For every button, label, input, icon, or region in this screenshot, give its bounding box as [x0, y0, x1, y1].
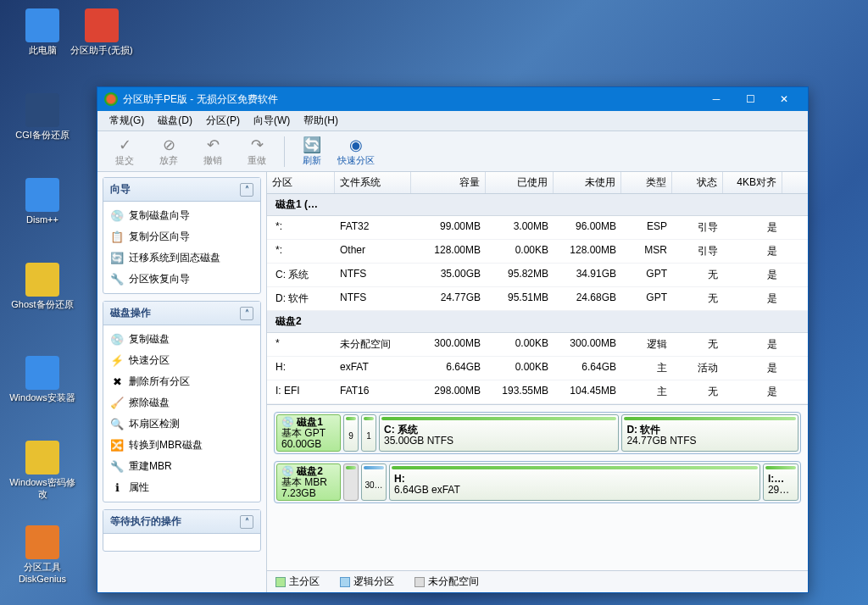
sidebar-item-icon: 🔍	[110, 418, 124, 431]
sidebar-item-icon: ⚡	[110, 354, 124, 368]
toolbar-button[interactable]: ◉快速分区	[334, 133, 378, 170]
sidebar-item[interactable]: ℹ属性	[105, 477, 259, 498]
desktop-icon[interactable]: Windows安装器	[8, 356, 76, 403]
title-bar[interactable]: 分区助手PE版 - 无损分区免费软件 ─ ☐ ✕	[97, 87, 808, 111]
desktop-app-icon	[25, 441, 59, 475]
提交-icon: ✓	[119, 136, 131, 154]
column-header[interactable]: 已使用	[486, 172, 554, 193]
desktop-app-icon	[25, 525, 59, 559]
sidebar-item[interactable]: ✖删除所有分区	[105, 371, 259, 392]
desktop-app-icon	[25, 263, 59, 297]
cell: 是	[723, 336, 782, 353]
sidebar-item[interactable]: ⚡快速分区	[105, 350, 259, 371]
desktop-icon[interactable]: 分区工具DiskGenius	[8, 525, 76, 585]
column-header[interactable]: 分区	[267, 172, 335, 193]
menu-item[interactable]: 向导(W)	[247, 111, 297, 130]
toolbar: ✓提交⊘放弃↶撤销↷重做🔄刷新◉快速分区	[97, 131, 808, 172]
partition-row[interactable]: *未分配空间300.00MB0.00KB300.00MB逻辑无是	[267, 333, 808, 357]
column-header[interactable]: 容量	[411, 172, 486, 193]
maximize-button[interactable]: ☐	[733, 87, 767, 111]
partition-row[interactable]: H:exFAT6.64GB0.00KB6.64GB主活动是	[267, 357, 808, 380]
minimize-button[interactable]: ─	[699, 87, 733, 111]
wizard-panel-header[interactable]: 向导 ˄	[103, 178, 260, 202]
toolbar-label: 刷新	[303, 154, 321, 167]
partition-table[interactable]: 磁盘1 (…*:FAT3299.00MB3.00MB96.00MBESP引导是*…	[267, 194, 808, 404]
desktop-icon-label: Dism++	[8, 214, 76, 225]
sidebar-item[interactable]: 🔀转换到MBR磁盘	[105, 435, 259, 456]
sidebar-item-label: 快速分区	[129, 353, 170, 368]
disk-map-label[interactable]: 💿 磁盘2基本 MBR7.23GB	[276, 463, 341, 501]
disk-map-label[interactable]: 💿 磁盘1基本 GPT60.00GB	[276, 414, 341, 452]
diskop-panel-header[interactable]: 磁盘操作 ˄	[103, 302, 260, 325]
pending-panel-header[interactable]: 等待执行的操作 ˄	[103, 510, 260, 534]
sidebar-item[interactable]: 🔄迁移系统到固态磁盘	[105, 247, 259, 269]
toolbar-button[interactable]: ✓提交	[103, 133, 147, 170]
sidebar-item[interactable]: 🔧重建MBR	[105, 456, 259, 477]
desktop-icon-label: CGI备份还原	[8, 129, 76, 141]
sidebar-item[interactable]: 💿复制磁盘	[105, 329, 259, 350]
toolbar-button[interactable]: 🔄刷新	[290, 133, 334, 170]
partition-row[interactable]: *:FAT3299.00MB3.00MB96.00MBESP引导是	[267, 216, 808, 240]
sidebar-item[interactable]: 💿复制磁盘向导	[105, 205, 259, 226]
collapse-icon[interactable]: ˄	[240, 307, 253, 320]
column-header[interactable]: 文件系统	[335, 172, 411, 193]
partition-segment[interactable]	[343, 463, 359, 501]
menu-item[interactable]: 磁盘(D)	[151, 111, 199, 130]
partition-row[interactable]: *:Other128.00MB0.00KB128.00MBMSR引导是	[267, 240, 808, 264]
column-header[interactable]: 未使用	[554, 172, 621, 193]
column-header[interactable]: 类型	[621, 172, 672, 193]
partition-segment[interactable]: D: 软件24.77GB NTFS	[621, 414, 798, 452]
desktop-icon[interactable]: 分区助手(无损)	[68, 8, 136, 56]
column-header[interactable]: 状态	[672, 172, 723, 193]
cell: GPT	[621, 266, 672, 284]
sidebar-item[interactable]: 📋复制分区向导	[105, 226, 259, 247]
cell: NTFS	[335, 290, 411, 308]
sidebar-item[interactable]: 🧹擦除磁盘	[105, 392, 259, 414]
desktop-icon[interactable]: Windows密码修改	[8, 441, 76, 500]
desktop-icon[interactable]: CGI备份还原	[8, 93, 76, 141]
cell: 6.64GB	[411, 359, 486, 377]
cell: FAT16	[335, 383, 411, 401]
disk-header[interactable]: 磁盘2	[267, 311, 808, 333]
partition-row[interactable]: C: 系统NTFS35.00GB95.82MB34.91GBGPT无是	[267, 264, 808, 287]
legend-logical: 逻辑分区	[353, 574, 394, 589]
collapse-icon[interactable]: ˄	[240, 515, 253, 529]
sidebar-item[interactable]: 🔍坏扇区检测	[105, 414, 259, 435]
desktop-icon[interactable]: Ghost备份还原	[8, 263, 76, 310]
legend: 主分区 逻辑分区 未分配空间	[267, 570, 808, 592]
partition-segment[interactable]: C: 系统35.00GB NTFS	[379, 414, 619, 452]
desktop-icon[interactable]: Dism++	[8, 178, 76, 225]
sidebar-item-icon: 🔧	[110, 273, 124, 286]
sidebar-item[interactable]: 🔧分区恢复向导	[105, 269, 259, 290]
toolbar-label: 提交	[115, 154, 134, 167]
collapse-icon[interactable]: ˄	[240, 183, 253, 197]
partition-segment[interactable]: I:…29…	[763, 463, 798, 501]
menu-item[interactable]: 帮助(H)	[297, 111, 345, 130]
cell: 逻辑	[621, 336, 672, 353]
partition-segment[interactable]: 9	[343, 414, 359, 452]
disk-map[interactable]: 💿 磁盘2基本 MBR7.23GB30…H:6.64GB exFATI:…29…	[274, 461, 801, 503]
partition-row[interactable]: I: EFIFAT16298.00MB193.55MB104.45MB主无是	[267, 380, 808, 404]
partition-segment[interactable]: H:6.64GB exFAT	[389, 463, 760, 501]
desktop-icon[interactable]: 此电脑	[8, 8, 76, 56]
close-button[interactable]: ✕	[767, 87, 801, 111]
menu-item[interactable]: 分区(P)	[199, 111, 247, 130]
cell: 是	[723, 383, 782, 401]
sidebar-item-label: 坏扇区检测	[129, 417, 180, 431]
menu-item[interactable]: 常规(G)	[103, 111, 151, 130]
sidebar-item-icon: 📋	[110, 230, 124, 244]
toolbar-button[interactable]: ↶撤销	[191, 133, 235, 170]
toolbar-button[interactable]: ⊘放弃	[147, 133, 191, 170]
cell: 300.00MB	[554, 336, 621, 353]
column-header[interactable]: 4KB对齐	[723, 172, 782, 193]
partition-row[interactable]: D: 软件NTFS24.77GB95.51MB24.68GBGPT无是	[267, 287, 808, 311]
toolbar-button[interactable]: ↷重做	[235, 133, 279, 170]
toolbar-label: 放弃	[159, 154, 178, 167]
disk-header[interactable]: 磁盘1 (…	[267, 194, 808, 216]
cell: 128.00MB	[411, 242, 486, 260]
window-title: 分区助手PE版 - 无损分区免费软件	[123, 92, 699, 107]
partition-segment[interactable]: 1	[361, 414, 376, 452]
legend-unalloc: 未分配空间	[428, 574, 479, 589]
partition-segment[interactable]: 30…	[361, 463, 387, 501]
disk-map[interactable]: 💿 磁盘1基本 GPT60.00GB91C: 系统35.00GB NTFSD: …	[274, 412, 801, 454]
